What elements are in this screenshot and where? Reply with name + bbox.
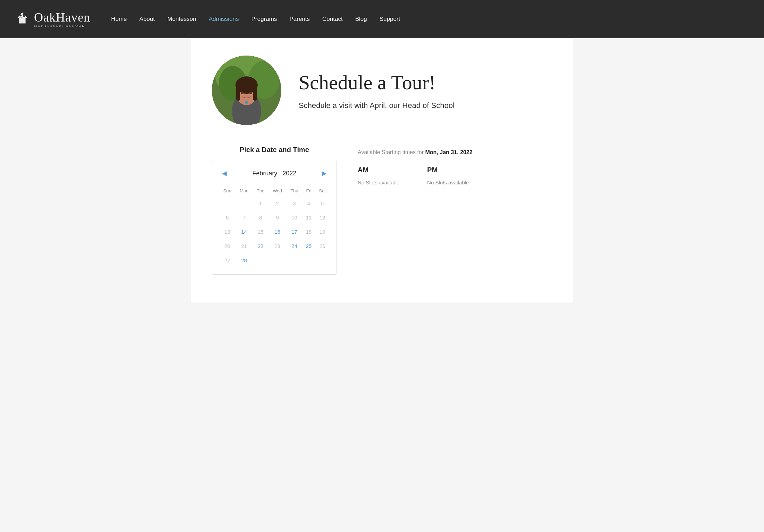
page-title: Schedule a Tour! [299,71,455,94]
calendar-box: ◀ February 2022 ▶ Sun Mon Tue We [212,161,337,275]
calendar-day: 4 [302,196,315,210]
weekday-tue: Tue [253,185,268,196]
nav-item-contact[interactable]: Contact [322,16,343,23]
svg-rect-1 [19,18,25,23]
time-columns: AM No Slots available PM No Slots availa… [358,166,552,185]
calendar-panel: Pick a Date and Time ◀ February 2022 ▶ S… [212,146,337,275]
pm-column: PM No Slots available [427,166,469,185]
calendar-day [302,253,315,267]
calendar-year: 2022 [283,170,297,177]
calendar-day[interactable]: 22 [253,239,268,253]
navbar: OakHaven MONTESSORI SCHOOL Home About Mo… [0,0,764,38]
calendar-day: 3 [286,196,302,210]
svg-point-17 [245,101,248,104]
nav-link-about[interactable]: About [139,16,155,22]
calendar-day [268,253,286,267]
calendar-day: 18 [302,225,315,239]
weekday-sat: Sat [315,185,330,196]
calendar-prev-button[interactable]: ◀ [219,168,230,178]
weekday-thu: Thu [286,185,302,196]
calendar-day: 15 [253,225,268,239]
calendar-day[interactable]: 28 [235,253,253,267]
nav-link-parents[interactable]: Parents [289,16,310,22]
nav-link-blog[interactable]: Blog [355,16,367,22]
scheduling-section: Pick a Date and Time ◀ February 2022 ▶ S… [212,146,552,275]
svg-point-15 [241,92,244,94]
hero-subtitle: Schedule a visit with April, our Head of… [299,101,455,110]
hero-text: Schedule a Tour! Schedule a visit with A… [299,71,455,110]
nav-link-programs[interactable]: Programs [251,16,277,22]
calendar-day [286,253,302,267]
calendar-month-year: February 2022 [252,170,296,177]
svg-point-2 [19,15,22,17]
nav-item-about[interactable]: About [139,16,155,23]
nav-item-support[interactable]: Support [380,16,400,23]
selected-date: Mon, Jan 31, 2022 [425,149,472,155]
nav-item-montessori[interactable]: Montessori [167,16,196,23]
nav-item-home[interactable]: Home [111,16,127,23]
calendar-day: 26 [315,239,330,253]
calendar-day[interactable]: 14 [235,225,253,239]
pm-label: PM [427,166,469,174]
logo[interactable]: OakHaven MONTESSORI SCHOOL [14,11,90,27]
nav-link-support[interactable]: Support [380,16,400,22]
avatar-image [212,56,281,125]
svg-rect-13 [236,85,240,101]
calendar-day: 20 [219,239,235,253]
calendar-day: 27 [219,253,235,267]
nav-item-parents[interactable]: Parents [289,16,310,23]
weekday-fri: Fri [302,185,315,196]
hero-section: Schedule a Tour! Schedule a visit with A… [212,56,552,125]
calendar-month: February [252,170,277,177]
available-times-header: Available Starting times for Mon, Jan 31… [358,149,552,156]
nav-links: Home About Montessori Admissions Program… [111,16,400,23]
calendar-day[interactable]: 17 [286,225,302,239]
calendar-day [315,253,330,267]
calendar-grid: Sun Mon Tue Wed Thu Fri Sat 123456789101… [219,185,330,267]
main-content: Schedule a Tour! Schedule a visit with A… [191,38,573,302]
calendar-day: 11 [302,210,315,225]
calendar-day: 23 [268,239,286,253]
calendar-day: 7 [235,210,253,225]
weekday-mon: Mon [235,185,253,196]
am-column: AM No Slots available [358,166,399,185]
nav-item-blog[interactable]: Blog [355,16,367,23]
logo-name: OakHaven [34,11,90,24]
weekday-sun: Sun [219,185,235,196]
calendar-day: 12 [315,210,330,225]
pm-no-slots: No Slots available [427,180,469,185]
calendar-day: 5 [315,196,330,210]
calendar-section-title: Pick a Date and Time [212,146,337,154]
calendar-day: 9 [268,210,286,225]
svg-point-16 [249,92,252,94]
nav-item-admissions[interactable]: Admissions [209,16,239,23]
avatar [212,56,281,125]
nav-link-montessori[interactable]: Montessori [167,16,196,22]
calendar-header: ◀ February 2022 ▶ [219,168,330,178]
calendar-day: 13 [219,225,235,239]
calendar-day [253,253,268,267]
am-label: AM [358,166,399,174]
logo-sub: MONTESSORI SCHOOL [34,24,90,27]
calendar-day: 21 [235,239,253,253]
nav-link-admissions[interactable]: Admissions [209,16,239,22]
svg-point-3 [23,14,25,16]
calendar-day: 6 [219,210,235,225]
calendar-next-button[interactable]: ▶ [319,168,330,178]
calendar-day: 1 [253,196,268,210]
nav-link-home[interactable]: Home [111,16,127,22]
nav-item-programs[interactable]: Programs [251,16,277,23]
calendar-day: 8 [253,210,268,225]
am-no-slots: No Slots available [358,180,399,185]
calendar-day [219,196,235,210]
svg-marker-0 [17,13,27,18]
time-panel: Available Starting times for Mon, Jan 31… [358,146,552,185]
nav-link-contact[interactable]: Contact [322,16,343,22]
calendar-day: 19 [315,225,330,239]
svg-rect-14 [253,85,257,101]
calendar-day[interactable]: 16 [268,225,286,239]
available-times-label: Available Starting times for [358,149,425,155]
calendar-day[interactable]: 24 [286,239,302,253]
calendar-day[interactable]: 25 [302,239,315,253]
calendar-day: 2 [268,196,286,210]
